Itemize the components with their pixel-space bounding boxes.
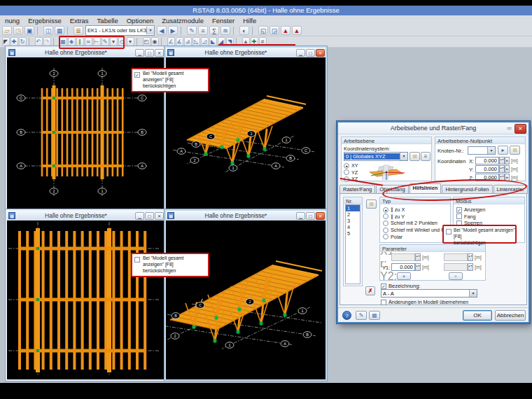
bezeichnung-checkbox[interactable]: ✓ [381, 284, 386, 289]
chevron-down-icon[interactable]: ▾ [487, 147, 495, 154]
minimize-button[interactable]: ▁ [135, 49, 144, 57]
minimize-button[interactable]: ▁ [296, 49, 305, 57]
dialog-titlebar[interactable]: Arbeitsebene und Raster/Fang [338, 122, 528, 134]
detail-button[interactable]: ▸ [505, 165, 510, 173]
coord-field[interactable]: 0.000 [475, 157, 499, 164]
new-coordinate-system-button[interactable]: ⊞ [410, 152, 420, 161]
close-button[interactable]: ✕ [155, 49, 164, 57]
chevron-down-icon[interactable]: ▾ [400, 153, 407, 160]
cancel-button[interactable]: Abbrechen [495, 310, 526, 321]
view-yz-icon[interactable]: ◿ [201, 37, 209, 46]
guideline-list-item[interactable]: 5 [346, 230, 360, 237]
spinner[interactable]: ▴ ▾ [468, 253, 473, 261]
spinner[interactable]: ▴ ▾ [499, 157, 505, 164]
hilfslinie-bearbeiten-icon[interactable]: ✎ [102, 37, 109, 46]
hilfslinien-menu-arrow-icon[interactable]: ▾ [110, 37, 118, 46]
detail-button[interactable]: ▸ [505, 174, 510, 181]
keyboard-icon[interactable]: ▭ [505, 125, 514, 132]
typ-radio[interactable] [383, 214, 388, 219]
close-button[interactable]: ✕ [316, 212, 325, 220]
pick-point1-button[interactable]: ⌖ [397, 272, 411, 280]
modus-checkbox[interactable] [456, 214, 462, 219]
bezeichnung-combobox[interactable]: A - A ▾ [381, 289, 477, 298]
guideline-list-item[interactable]: 2 [346, 211, 360, 218]
knoten-nr-combobox[interactable]: ▾ [468, 146, 496, 155]
typ-radio[interactable]: ● [383, 207, 388, 213]
uebernehmen-checkbox[interactable] [381, 300, 386, 305]
callout-checkbox[interactable] [134, 257, 140, 262]
coord-field[interactable]: 0.000 [475, 174, 499, 181]
achsen-icon[interactable]: ✚ [251, 37, 258, 46]
plane-radio[interactable] [344, 176, 349, 182]
menu-item-nung[interactable]: nung [1, 17, 24, 24]
hilfslinien-anzeigen-icon[interactable]: ∥ [76, 37, 84, 46]
typ-radio[interactable] [383, 220, 388, 226]
chevron-down-icon[interactable]: ▾ [469, 290, 477, 297]
minimize-button[interactable]: ▁ [296, 212, 305, 220]
next-loadcase-icon[interactable]: ▶ [168, 26, 178, 35]
move-icon[interactable]: ✚ [10, 37, 18, 46]
koordinatensystem-combobox[interactable]: 0 | Globales XYZ ▾ [344, 152, 408, 161]
delete-guideline-button[interactable]: ✗ [365, 286, 375, 295]
edit-icon[interactable]: ✎ [187, 26, 197, 35]
ebenen-menu-arrow-icon[interactable]: ▾ [127, 37, 134, 46]
close-button[interactable]: ✕ [316, 49, 325, 57]
new-model-icon[interactable]: ▱ [2, 26, 12, 35]
spinner[interactable]: ▴ ▾ [468, 263, 473, 271]
pick-point2-button[interactable]: ⌖ [449, 272, 463, 280]
view-mode-icon[interactable]: ◐ [239, 26, 249, 35]
render-icon[interactable]: ▲ [242, 37, 250, 46]
edit-coordinate-system-button[interactable]: ≡ [421, 152, 430, 161]
dialog-close-button[interactable]: ✕ [514, 124, 526, 134]
modell-gesamt-checkbox[interactable] [446, 229, 451, 234]
restore-button[interactable]: ▢ [306, 212, 315, 220]
navigator-icon[interactable]: ◫ [43, 26, 53, 35]
print-graphic-icon[interactable]: ◲ [270, 26, 279, 35]
view-iso2-icon[interactable]: ◥ [226, 37, 234, 46]
guideline-list-item[interactable]: 4 [346, 224, 360, 230]
loadcase-icon[interactable]: ≣ [74, 26, 83, 35]
spinner[interactable]: ▴ ▾ [499, 174, 505, 181]
arbeitsebene-icon[interactable]: ◇ [118, 37, 126, 46]
param-field[interactable]: 0.000 [391, 263, 415, 271]
prev-loadcase-icon[interactable]: ◀ [157, 26, 167, 35]
table-icon[interactable]: ▦ [55, 26, 64, 35]
new-guideline-button[interactable]: ⊞ [366, 200, 377, 209]
coord-field[interactable]: 0.000 [475, 165, 499, 173]
raster-fang-icon[interactable]: ▦ [59, 37, 67, 46]
pdf-export-icon[interactable]: ▲ [281, 26, 290, 35]
menu-item-optionen[interactable]: Optionen [122, 17, 158, 24]
window-titlebar[interactable]: ▦ Halle ohne Ergebnisse* ▁ ▢ ✕ [7, 48, 164, 57]
restore-button[interactable]: ▢ [145, 212, 154, 220]
plane-radio[interactable] [344, 169, 349, 175]
menu-item-ergebnisse[interactable]: Ergebnisse [24, 17, 66, 24]
window-titlebar[interactable]: ▦ Halle ohne Ergebnisse* ▁ ▢ ✕ [166, 211, 326, 220]
menu-item-fenster[interactable]: Fenster [208, 17, 239, 24]
restore-button[interactable]: ▢ [145, 49, 154, 57]
menu-item-tabelle[interactable]: Tabelle [93, 17, 122, 24]
view-xz-icon[interactable]: ◣ [209, 37, 217, 46]
menu-item-zusatzmodule[interactable]: Zusatzmodule [158, 17, 208, 24]
pick-node-button[interactable]: ▸ [498, 146, 508, 155]
units-button[interactable]: ▦ [369, 311, 380, 320]
spinner[interactable]: ▴ ▾ [415, 263, 421, 271]
edit-settings-button[interactable]: ✎ [356, 311, 367, 320]
pdf-print-icon[interactable]: ▲ [292, 26, 302, 35]
calculation-icon[interactable]: ∑ [209, 26, 219, 35]
restore-button[interactable]: ▢ [306, 49, 315, 57]
view-xy-icon[interactable]: ◺ [192, 37, 200, 46]
rotate-icon[interactable]: ↻ [19, 37, 27, 46]
hilfslinien-fang-icon[interactable]: ≍ [85, 37, 92, 46]
tab-hilfslinien[interactable]: Hilfslinien [410, 183, 442, 194]
kamera-icon[interactable]: ◉ [151, 37, 159, 46]
spinner[interactable]: ▴ ▾ [415, 253, 421, 261]
menu-item-hilfe[interactable]: Hilfe [239, 17, 260, 24]
app-titlebar[interactable]: RSTAB 8.03.0050 (64bit) - Halle ohne Erg… [0, 6, 532, 15]
ansichten-icon[interactable]: ◰ [143, 37, 150, 46]
callout-checkbox[interactable]: ✓ [134, 72, 140, 78]
view-x-icon[interactable]: ∠ [167, 37, 175, 46]
guideline-list-item[interactable]: 1 [346, 205, 360, 211]
menu-item-extras[interactable]: Extras [66, 17, 93, 24]
typ-radio[interactable] [383, 227, 388, 233]
undo-icon[interactable]: ↶ [35, 37, 43, 46]
